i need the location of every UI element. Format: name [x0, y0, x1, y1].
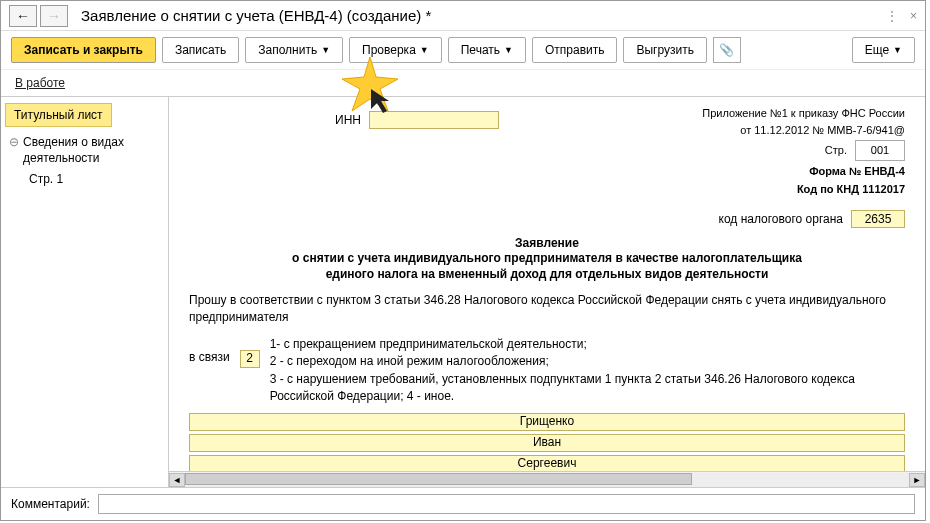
firstname-input[interactable]: Иван [189, 434, 905, 452]
status-link[interactable]: В работе [15, 76, 65, 90]
check-button-label: Проверка [362, 43, 416, 57]
order-text: от 11.12.2012 № ММВ-7-6/941@ [702, 122, 905, 139]
more-button[interactable]: Еще▼ [852, 37, 915, 63]
inn-input[interactable] [369, 111, 499, 129]
request-paragraph: Прошу в соответствии с пунктом 3 статьи … [189, 292, 905, 326]
nav-forward-button[interactable]: → [40, 5, 68, 27]
sidebar-item-activities[interactable]: Сведения о видах деятельности [23, 135, 164, 166]
tree-collapse-icon[interactable]: ⊖ [9, 135, 19, 149]
chevron-down-icon: ▼ [893, 45, 902, 55]
export-button[interactable]: Выгрузить [623, 37, 707, 63]
patronymic-input[interactable]: Сергеевич [189, 455, 905, 471]
chevron-down-icon: ▼ [420, 45, 429, 55]
send-button[interactable]: Отправить [532, 37, 618, 63]
statement-subheading: о снятии с учета индивидуального предпри… [287, 251, 807, 282]
save-button[interactable]: Записать [162, 37, 239, 63]
save-and-close-button[interactable]: Записать и закрыть [11, 37, 156, 63]
reason-option-1: 1- с прекращением предпринимательской де… [270, 336, 905, 353]
lastname-input[interactable]: Грищенко [189, 413, 905, 431]
scroll-right-icon[interactable]: ► [909, 473, 925, 487]
page-label: Стр. [825, 142, 847, 159]
close-icon[interactable]: × [910, 9, 917, 23]
reason-option-3: 3 - с нарушением требований, установленн… [270, 371, 905, 406]
page-number: 001 [855, 140, 905, 161]
chevron-down-icon: ▼ [321, 45, 330, 55]
nav-back-button[interactable]: ← [9, 5, 37, 27]
tab-title-page[interactable]: Титульный лист [5, 103, 112, 127]
fill-button-label: Заполнить [258, 43, 317, 57]
reason-label: в связи [189, 336, 230, 364]
inn-label: ИНН [189, 113, 369, 127]
reason-code-input[interactable]: 2 [240, 350, 260, 368]
window-title: Заявление о снятии с учета (ЕНВД-4) (соз… [81, 7, 886, 24]
print-button[interactable]: Печать▼ [448, 37, 526, 63]
comment-input[interactable] [98, 494, 915, 514]
statement-heading: Заявление [287, 236, 807, 252]
knd-code: Код по КНД 1112017 [702, 181, 905, 198]
comment-label: Комментарий: [11, 497, 90, 511]
fill-button[interactable]: Заполнить▼ [245, 37, 343, 63]
scroll-left-icon[interactable]: ◄ [169, 473, 185, 487]
check-button[interactable]: Проверка▼ [349, 37, 442, 63]
reason-option-2: 2 - с переходом на иной режим налогообло… [270, 353, 905, 370]
tax-code-input[interactable]: 2635 [851, 210, 905, 228]
print-button-label: Печать [461, 43, 500, 57]
chevron-down-icon: ▼ [504, 45, 513, 55]
appendix-text: Приложение №1 к приказу ФНС России [702, 105, 905, 122]
attach-button[interactable]: 📎 [713, 37, 741, 63]
sidebar-item-page1[interactable]: Стр. 1 [5, 172, 164, 186]
more-menu-icon[interactable]: ⋮ [886, 9, 898, 23]
horizontal-scrollbar[interactable]: ◄ ► [169, 471, 925, 487]
more-button-label: Еще [865, 43, 889, 57]
paperclip-icon: 📎 [719, 43, 734, 57]
form-number: Форма № ЕНВД-4 [702, 163, 905, 180]
tax-code-label: код налогового органа [719, 212, 844, 226]
